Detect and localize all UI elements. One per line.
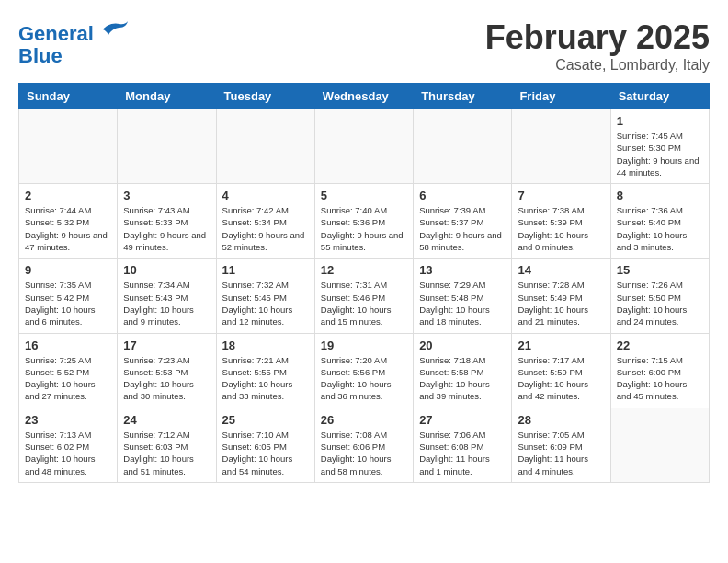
day-info: Sunrise: 7:05 AM Sunset: 6:09 PM Dayligh… xyxy=(518,429,604,477)
title-section: February 2025 Casate, Lombardy, Italy xyxy=(485,18,710,74)
day-cell: 17Sunrise: 7:23 AM Sunset: 5:53 PM Dayli… xyxy=(118,333,216,408)
calendar-body: 1Sunrise: 7:45 AM Sunset: 5:30 PM Daylig… xyxy=(19,109,710,483)
day-info: Sunrise: 7:28 AM Sunset: 5:49 PM Dayligh… xyxy=(518,279,604,327)
day-info: Sunrise: 7:35 AM Sunset: 5:42 PM Dayligh… xyxy=(25,279,111,327)
day-info: Sunrise: 7:25 AM Sunset: 5:52 PM Dayligh… xyxy=(25,354,111,403)
day-info: Sunrise: 7:40 AM Sunset: 5:36 PM Dayligh… xyxy=(321,204,407,253)
day-cell: 9Sunrise: 7:35 AM Sunset: 5:42 PM Daylig… xyxy=(19,259,118,333)
day-info: Sunrise: 7:43 AM Sunset: 5:33 PM Dayligh… xyxy=(123,204,210,253)
week-row-1: 1Sunrise: 7:45 AM Sunset: 5:30 PM Daylig… xyxy=(19,109,710,184)
day-info: Sunrise: 7:31 AM Sunset: 5:46 PM Dayligh… xyxy=(321,279,407,327)
day-number: 28 xyxy=(518,413,604,427)
day-cell: 1Sunrise: 7:45 AM Sunset: 5:30 PM Daylig… xyxy=(610,109,709,184)
day-number: 18 xyxy=(222,339,309,352)
day-info: Sunrise: 7:44 AM Sunset: 5:32 PM Dayligh… xyxy=(25,204,111,253)
week-row-3: 9Sunrise: 7:35 AM Sunset: 5:42 PM Daylig… xyxy=(19,259,710,333)
weekday-header-row: SundayMondayTuesdayWednesdayThursdayFrid… xyxy=(19,84,710,109)
day-info: Sunrise: 7:38 AM Sunset: 5:39 PM Dayligh… xyxy=(518,204,604,253)
day-cell: 23Sunrise: 7:13 AM Sunset: 6:02 PM Dayli… xyxy=(19,408,118,482)
header: General Blue February 2025 Casate, Lomba… xyxy=(18,18,710,74)
day-info: Sunrise: 7:13 AM Sunset: 6:02 PM Dayligh… xyxy=(25,429,111,477)
day-info: Sunrise: 7:23 AM Sunset: 5:53 PM Dayligh… xyxy=(123,354,210,403)
weekday-saturday: Saturday xyxy=(610,84,709,109)
day-number: 12 xyxy=(321,263,407,277)
day-cell: 25Sunrise: 7:10 AM Sunset: 6:05 PM Dayli… xyxy=(216,408,314,482)
day-info: Sunrise: 7:36 AM Sunset: 5:40 PM Dayligh… xyxy=(617,204,703,253)
day-info: Sunrise: 7:12 AM Sunset: 6:03 PM Dayligh… xyxy=(123,429,210,477)
day-info: Sunrise: 7:15 AM Sunset: 6:00 PM Dayligh… xyxy=(617,354,703,403)
day-cell: 11Sunrise: 7:32 AM Sunset: 5:45 PM Dayli… xyxy=(216,259,314,333)
day-cell: 8Sunrise: 7:36 AM Sunset: 5:40 PM Daylig… xyxy=(610,184,709,259)
day-cell: 21Sunrise: 7:17 AM Sunset: 5:59 PM Dayli… xyxy=(512,333,610,408)
day-info: Sunrise: 7:39 AM Sunset: 5:37 PM Dayligh… xyxy=(419,204,506,253)
month-title: February 2025 xyxy=(485,18,710,57)
day-cell: 28Sunrise: 7:05 AM Sunset: 6:09 PM Dayli… xyxy=(512,408,610,482)
weekday-tuesday: Tuesday xyxy=(216,84,314,109)
day-cell: 10Sunrise: 7:34 AM Sunset: 5:43 PM Dayli… xyxy=(118,259,216,333)
day-number: 5 xyxy=(321,189,407,202)
day-info: Sunrise: 7:10 AM Sunset: 6:05 PM Dayligh… xyxy=(222,429,309,477)
day-number: 1 xyxy=(617,114,703,128)
day-cell: 22Sunrise: 7:15 AM Sunset: 6:00 PM Dayli… xyxy=(610,333,709,408)
day-info: Sunrise: 7:26 AM Sunset: 5:50 PM Dayligh… xyxy=(617,279,703,327)
day-cell xyxy=(216,109,314,184)
day-cell xyxy=(19,109,118,184)
weekday-friday: Friday xyxy=(512,84,610,109)
day-info: Sunrise: 7:45 AM Sunset: 5:30 PM Dayligh… xyxy=(617,130,703,178)
logo-bird-icon xyxy=(101,18,129,40)
day-number: 20 xyxy=(419,339,506,352)
day-info: Sunrise: 7:21 AM Sunset: 5:55 PM Dayligh… xyxy=(222,354,309,403)
week-row-4: 16Sunrise: 7:25 AM Sunset: 5:52 PM Dayli… xyxy=(19,333,710,408)
day-number: 9 xyxy=(25,263,111,277)
day-number: 16 xyxy=(25,339,111,352)
week-row-2: 2Sunrise: 7:44 AM Sunset: 5:32 PM Daylig… xyxy=(19,184,710,259)
day-cell: 16Sunrise: 7:25 AM Sunset: 5:52 PM Dayli… xyxy=(19,333,118,408)
day-number: 21 xyxy=(518,339,604,352)
weekday-sunday: Sunday xyxy=(19,84,118,109)
day-info: Sunrise: 7:29 AM Sunset: 5:48 PM Dayligh… xyxy=(419,279,506,327)
day-cell: 12Sunrise: 7:31 AM Sunset: 5:46 PM Dayli… xyxy=(314,259,413,333)
day-number: 19 xyxy=(321,339,407,352)
day-cell: 2Sunrise: 7:44 AM Sunset: 5:32 PM Daylig… xyxy=(19,184,118,259)
day-cell: 4Sunrise: 7:42 AM Sunset: 5:34 PM Daylig… xyxy=(216,184,314,259)
day-number: 14 xyxy=(518,263,604,277)
day-cell: 7Sunrise: 7:38 AM Sunset: 5:39 PM Daylig… xyxy=(512,184,610,259)
day-info: Sunrise: 7:18 AM Sunset: 5:58 PM Dayligh… xyxy=(419,354,506,403)
location-title: Casate, Lombardy, Italy xyxy=(485,57,710,74)
day-info: Sunrise: 7:34 AM Sunset: 5:43 PM Dayligh… xyxy=(123,279,210,327)
day-number: 10 xyxy=(123,263,210,277)
day-number: 27 xyxy=(419,413,506,427)
day-number: 24 xyxy=(123,413,210,427)
day-number: 2 xyxy=(25,189,111,202)
week-row-5: 23Sunrise: 7:13 AM Sunset: 6:02 PM Dayli… xyxy=(19,408,710,482)
day-info: Sunrise: 7:17 AM Sunset: 5:59 PM Dayligh… xyxy=(518,354,604,403)
logo: General Blue xyxy=(18,18,129,67)
day-number: 17 xyxy=(123,339,210,352)
day-number: 7 xyxy=(518,189,604,202)
day-cell: 5Sunrise: 7:40 AM Sunset: 5:36 PM Daylig… xyxy=(314,184,413,259)
day-info: Sunrise: 7:06 AM Sunset: 6:08 PM Dayligh… xyxy=(419,429,506,477)
day-cell: 19Sunrise: 7:20 AM Sunset: 5:56 PM Dayli… xyxy=(314,333,413,408)
day-cell xyxy=(512,109,610,184)
day-number: 13 xyxy=(419,263,506,277)
day-number: 8 xyxy=(617,189,703,202)
day-number: 3 xyxy=(123,189,210,202)
day-number: 11 xyxy=(222,263,309,277)
day-info: Sunrise: 7:42 AM Sunset: 5:34 PM Dayligh… xyxy=(222,204,309,253)
weekday-monday: Monday xyxy=(118,84,216,109)
day-number: 22 xyxy=(617,339,703,352)
calendar: SundayMondayTuesdayWednesdayThursdayFrid… xyxy=(18,83,710,483)
day-cell: 13Sunrise: 7:29 AM Sunset: 5:48 PM Dayli… xyxy=(414,259,512,333)
day-cell xyxy=(610,408,709,482)
day-cell: 18Sunrise: 7:21 AM Sunset: 5:55 PM Dayli… xyxy=(216,333,314,408)
day-cell: 26Sunrise: 7:08 AM Sunset: 6:06 PM Dayli… xyxy=(314,408,413,482)
day-number: 4 xyxy=(222,189,309,202)
day-cell xyxy=(314,109,413,184)
day-cell: 6Sunrise: 7:39 AM Sunset: 5:37 PM Daylig… xyxy=(414,184,512,259)
day-cell: 20Sunrise: 7:18 AM Sunset: 5:58 PM Dayli… xyxy=(414,333,512,408)
day-number: 23 xyxy=(25,413,111,427)
day-info: Sunrise: 7:20 AM Sunset: 5:56 PM Dayligh… xyxy=(321,354,407,403)
day-cell: 24Sunrise: 7:12 AM Sunset: 6:03 PM Dayli… xyxy=(118,408,216,482)
day-cell xyxy=(118,109,216,184)
day-cell: 27Sunrise: 7:06 AM Sunset: 6:08 PM Dayli… xyxy=(414,408,512,482)
